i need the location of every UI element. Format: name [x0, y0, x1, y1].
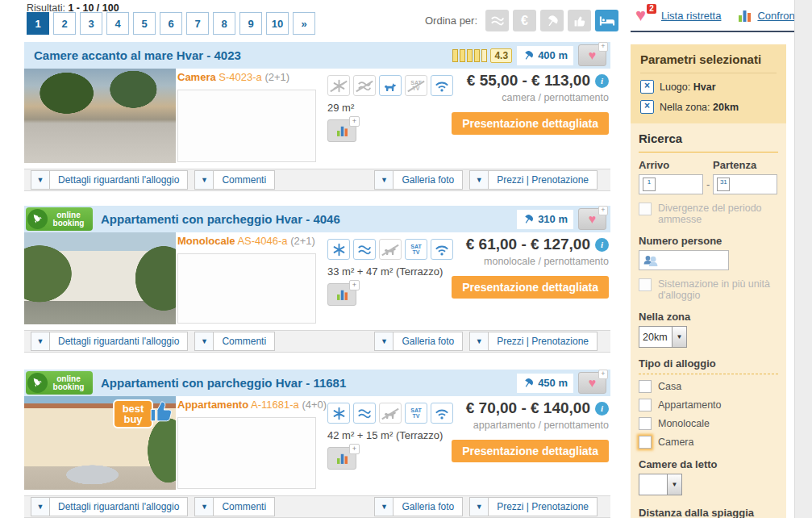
- add-to-shortlist-button[interactable]: [578, 372, 606, 394]
- page-button-5[interactable]: 5: [133, 12, 156, 35]
- sort-by-bed-icon[interactable]: [595, 10, 618, 31]
- add-to-shortlist-button[interactable]: [578, 208, 606, 230]
- listing-photo[interactable]: [24, 69, 176, 163]
- prices-booking-toggle-button[interactable]: Prezzi | Prenotazione: [469, 332, 598, 351]
- sort-by-beach-distance-icon[interactable]: [540, 10, 564, 31]
- price-range: € 61,00 - € 127,00: [466, 236, 590, 253]
- price-column: € 55,00 - € 113,00 camera / pernottament…: [435, 72, 609, 135]
- sat-tv-icon: SATTV: [405, 75, 427, 96]
- listing-title[interactable]: Camere accanto al mare Hvar - 4023: [34, 48, 241, 62]
- type-appartamento-checkbox[interactable]: [639, 399, 652, 411]
- info-icon[interactable]: [595, 238, 609, 252]
- sort-by-price-icon[interactable]: €: [513, 10, 536, 31]
- add-to-shortlist-button[interactable]: [578, 44, 606, 66]
- unit-type: Appartamento: [177, 399, 248, 411]
- details-toggle-button[interactable]: Dettagli riguardanti l'alloggio: [31, 170, 188, 190]
- detailed-presentation-button[interactable]: Presentazione dettagliata: [452, 276, 609, 299]
- zone-label: Nella zona: [639, 311, 778, 323]
- listing-header: online booking Appartamenti con parchegg…: [24, 370, 610, 396]
- details-toggle-button[interactable]: Dettagli riguardanti l'alloggio: [31, 497, 188, 516]
- page-button-4[interactable]: 4: [106, 12, 129, 35]
- gallery-toggle-button[interactable]: Galleria foto: [374, 497, 463, 516]
- rocket-icon: [27, 209, 48, 229]
- type-casa-row[interactable]: Casa: [639, 380, 778, 393]
- type-appartamento-row[interactable]: Appartamento: [639, 399, 778, 411]
- type-monolocale-row[interactable]: Monolocale: [639, 417, 778, 430]
- sort-by-rating-icon[interactable]: [568, 10, 591, 31]
- bedrooms-select[interactable]: [639, 474, 682, 495]
- details-toggle-button[interactable]: Dettagli riguardanti l'alloggio: [31, 332, 188, 351]
- prices-booking-toggle-button[interactable]: Prezzi | Prenotazione: [469, 170, 598, 190]
- add-to-compare-button[interactable]: [327, 119, 356, 142]
- type-casa-checkbox[interactable]: [639, 380, 652, 393]
- listing-title[interactable]: Appartamenti con parcheggio Hvar - 11681: [101, 376, 346, 390]
- beach-distance-label: Distanza dalla spiaggia: [639, 507, 778, 518]
- price-column: € 70,00 - € 140,00 appartamento / pernot…: [435, 399, 609, 462]
- remove-filter-icon[interactable]: ×: [640, 80, 654, 94]
- comments-toggle-button[interactable]: Commenti: [194, 170, 275, 190]
- beach-distance-value: 450 m: [538, 377, 568, 389]
- sea-waves-icon: [353, 75, 376, 96]
- info-icon[interactable]: [595, 402, 609, 416]
- detailed-presentation-button[interactable]: Presentazione dettagliata: [452, 440, 609, 462]
- arrival-date-input[interactable]: 1: [639, 174, 703, 194]
- add-to-compare-button[interactable]: [327, 447, 356, 470]
- page-button-8[interactable]: 8: [213, 12, 235, 35]
- departure-date-input[interactable]: 31: [713, 174, 777, 194]
- unit-description-box: [177, 90, 316, 162]
- page-button-3[interactable]: 3: [80, 12, 102, 35]
- multi-unit-checkbox-row[interactable]: Sistemazione in più unità d'alloggio: [639, 278, 778, 301]
- page-button-1[interactable]: 1: [27, 12, 49, 35]
- arrival-label: Arrivo: [639, 159, 713, 171]
- shortlist-link[interactable]: Lista ristretta: [661, 10, 721, 22]
- remove-filter-icon[interactable]: ×: [640, 100, 654, 114]
- shortlist-heart-icon: 2: [635, 6, 655, 24]
- info-icon[interactable]: [595, 74, 609, 88]
- umbrella-icon: [523, 213, 535, 225]
- pets-allowed-icon: [379, 403, 402, 424]
- detailed-presentation-button[interactable]: Presentazione dettagliata: [452, 112, 609, 135]
- listing-body: Monolocale AS-4046-a (2+1) SATTV: [24, 232, 610, 330]
- beach-distance: 450 m: [517, 374, 573, 393]
- air-conditioning-icon: [327, 239, 350, 260]
- sort-by-sea-icon[interactable]: [485, 10, 509, 31]
- unit-code-link[interactable]: S-4023-a: [219, 71, 261, 83]
- page-button-next[interactable]: »: [293, 12, 315, 35]
- page-button-9[interactable]: 9: [239, 12, 262, 35]
- calendar-icon: 31: [717, 178, 730, 191]
- comments-toggle-button[interactable]: Commenti: [194, 497, 275, 516]
- type-camera-row[interactable]: Camera: [639, 436, 778, 449]
- search-panel: Ricerca Arrivo Partenza 1 - 31 Divergenz…: [631, 123, 786, 518]
- comments-toggle-button[interactable]: Commenti: [194, 332, 275, 351]
- gallery-toggle-button[interactable]: Galleria foto: [374, 170, 463, 190]
- unit-code-link[interactable]: A-11681-a: [251, 399, 299, 411]
- unit-line: Monolocale AS-4046-a (2+1): [177, 235, 315, 247]
- flexible-dates-checkbox[interactable]: [639, 203, 652, 215]
- flexible-dates-checkbox-row[interactable]: Divergenze del periodo ammesse: [639, 203, 778, 225]
- zone-select[interactable]: 20km: [639, 326, 687, 348]
- add-to-compare-button[interactable]: [327, 283, 356, 306]
- rating-badge: 4.3: [490, 48, 512, 63]
- gallery-toggle-button[interactable]: Galleria foto: [374, 332, 463, 351]
- prices-booking-toggle-button[interactable]: Prezzi | Prenotazione: [469, 497, 598, 516]
- pagination: 1 2 3 4 5 6 7 8 9 10 »: [27, 12, 315, 35]
- chevron-down-icon: [375, 332, 394, 350]
- multi-unit-checkbox[interactable]: [639, 278, 652, 291]
- type-camera-checkbox[interactable]: [639, 436, 652, 449]
- unit-line: Camera S-4023-a (2+1): [177, 71, 289, 83]
- shortlist-count-badge: 2: [647, 4, 656, 14]
- listing-footer-bar: Dettagli riguardanti l'alloggio Commenti…: [24, 330, 610, 353]
- page-button-10[interactable]: 10: [266, 12, 289, 35]
- listing-title[interactable]: Appartamenti con parcheggio Hvar - 4046: [101, 212, 340, 226]
- listing-photo[interactable]: [24, 232, 176, 324]
- persons-label: Numero persone: [639, 235, 778, 247]
- page-button-6[interactable]: 6: [160, 12, 182, 35]
- page-button-7[interactable]: 7: [186, 12, 209, 35]
- compare-bars-icon: [739, 9, 751, 22]
- unit-type: Monolocale: [177, 235, 235, 247]
- type-monolocale-checkbox[interactable]: [639, 417, 652, 430]
- persons-input[interactable]: [639, 250, 729, 270]
- page-button-2[interactable]: 2: [53, 12, 76, 35]
- listing-photo[interactable]: best buy: [24, 396, 176, 490]
- unit-code-link[interactable]: AS-4046-a: [237, 235, 287, 247]
